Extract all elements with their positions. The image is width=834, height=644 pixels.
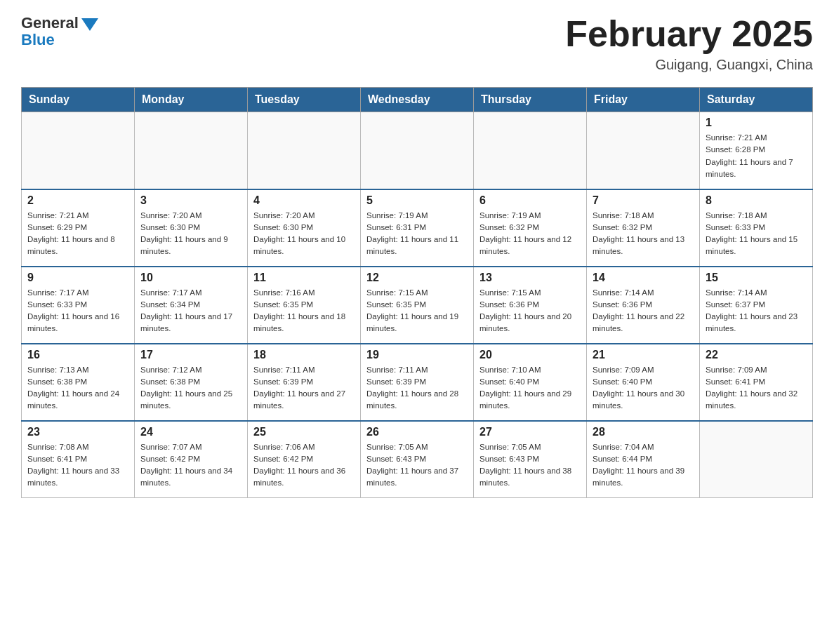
day-number: 25	[253, 426, 355, 438]
calendar-day-cell: 21Sunrise: 7:09 AMSunset: 6:40 PMDayligh…	[587, 344, 700, 421]
day-info: Sunrise: 7:13 AMSunset: 6:38 PMDaylight:…	[27, 364, 128, 412]
calendar-week-row: 2Sunrise: 7:21 AMSunset: 6:29 PMDaylight…	[22, 189, 813, 267]
calendar-day-cell: 12Sunrise: 7:15 AMSunset: 6:35 PMDayligh…	[361, 267, 474, 344]
day-info: Sunrise: 7:06 AMSunset: 6:42 PMDaylight:…	[253, 441, 355, 490]
day-number: 15	[706, 271, 807, 284]
calendar-day-cell	[22, 112, 135, 189]
day-number: 19	[366, 349, 468, 361]
calendar-header-monday: Monday	[135, 88, 248, 112]
day-number: 27	[479, 426, 581, 438]
calendar-header-saturday: Saturday	[700, 88, 813, 112]
day-number: 26	[366, 426, 468, 438]
day-number: 7	[593, 194, 694, 207]
day-number: 6	[479, 194, 581, 207]
logo-general-text: General	[21, 14, 79, 32]
day-info: Sunrise: 7:21 AMSunset: 6:29 PMDaylight:…	[27, 210, 128, 258]
month-title: February 2025	[565, 14, 813, 54]
day-number: 8	[706, 194, 807, 207]
day-number: 10	[140, 271, 241, 284]
day-info: Sunrise: 7:19 AMSunset: 6:31 PMDaylight:…	[366, 210, 468, 258]
calendar-week-row: 16Sunrise: 7:13 AMSunset: 6:38 PMDayligh…	[22, 344, 813, 421]
calendar-day-cell: 10Sunrise: 7:17 AMSunset: 6:34 PMDayligh…	[135, 267, 248, 344]
calendar-day-cell: 18Sunrise: 7:11 AMSunset: 6:39 PMDayligh…	[248, 344, 361, 421]
day-info: Sunrise: 7:17 AMSunset: 6:34 PMDaylight:…	[140, 287, 241, 335]
day-info: Sunrise: 7:20 AMSunset: 6:30 PMDaylight:…	[140, 210, 241, 258]
logo-blue-text: Blue	[21, 31, 55, 49]
day-info: Sunrise: 7:11 AMSunset: 6:39 PMDaylight:…	[366, 364, 468, 412]
day-info: Sunrise: 7:15 AMSunset: 6:35 PMDaylight:…	[366, 287, 468, 335]
day-number: 11	[253, 271, 355, 284]
day-info: Sunrise: 7:17 AMSunset: 6:33 PMDaylight:…	[27, 287, 128, 335]
calendar-day-cell	[361, 112, 474, 189]
calendar-day-cell: 22Sunrise: 7:09 AMSunset: 6:41 PMDayligh…	[700, 344, 813, 421]
day-number: 21	[593, 349, 694, 361]
calendar-header-friday: Friday	[587, 88, 700, 112]
logo: General Blue	[21, 14, 98, 49]
calendar-week-row: 23Sunrise: 7:08 AMSunset: 6:41 PMDayligh…	[22, 421, 813, 498]
calendar-day-cell: 4Sunrise: 7:20 AMSunset: 6:30 PMDaylight…	[248, 189, 361, 267]
calendar-day-cell: 3Sunrise: 7:20 AMSunset: 6:30 PMDaylight…	[135, 189, 248, 267]
day-number: 1	[706, 116, 807, 129]
day-info: Sunrise: 7:08 AMSunset: 6:41 PMDaylight:…	[27, 441, 128, 490]
calendar-day-cell: 19Sunrise: 7:11 AMSunset: 6:39 PMDayligh…	[361, 344, 474, 421]
day-info: Sunrise: 7:05 AMSunset: 6:43 PMDaylight:…	[366, 441, 468, 490]
day-number: 28	[593, 426, 694, 438]
calendar-week-row: 9Sunrise: 7:17 AMSunset: 6:33 PMDaylight…	[22, 267, 813, 344]
calendar-day-cell	[700, 421, 813, 498]
calendar-header-thursday: Thursday	[474, 88, 587, 112]
day-number: 23	[27, 426, 128, 438]
calendar-day-cell: 13Sunrise: 7:15 AMSunset: 6:36 PMDayligh…	[474, 267, 587, 344]
calendar-day-cell: 15Sunrise: 7:14 AMSunset: 6:37 PMDayligh…	[700, 267, 813, 344]
calendar-day-cell: 26Sunrise: 7:05 AMSunset: 6:43 PMDayligh…	[361, 421, 474, 498]
day-number: 13	[479, 271, 581, 284]
day-number: 9	[27, 271, 128, 284]
day-number: 4	[253, 194, 355, 207]
day-info: Sunrise: 7:16 AMSunset: 6:35 PMDaylight:…	[253, 287, 355, 335]
day-info: Sunrise: 7:11 AMSunset: 6:39 PMDaylight:…	[253, 364, 355, 412]
calendar-day-cell: 6Sunrise: 7:19 AMSunset: 6:32 PMDaylight…	[474, 189, 587, 267]
day-info: Sunrise: 7:18 AMSunset: 6:33 PMDaylight:…	[706, 210, 807, 258]
calendar-header-tuesday: Tuesday	[248, 88, 361, 112]
day-info: Sunrise: 7:20 AMSunset: 6:30 PMDaylight:…	[253, 210, 355, 258]
day-number: 12	[366, 271, 468, 284]
day-number: 17	[140, 349, 241, 361]
day-info: Sunrise: 7:09 AMSunset: 6:40 PMDaylight:…	[593, 364, 694, 412]
title-section: February 2025 Guigang, Guangxi, China	[565, 14, 813, 73]
calendar-day-cell: 27Sunrise: 7:05 AMSunset: 6:43 PMDayligh…	[474, 421, 587, 498]
calendar-day-cell: 14Sunrise: 7:14 AMSunset: 6:36 PMDayligh…	[587, 267, 700, 344]
day-number: 16	[27, 349, 128, 361]
day-number: 2	[27, 194, 128, 207]
calendar-day-cell: 20Sunrise: 7:10 AMSunset: 6:40 PMDayligh…	[474, 344, 587, 421]
day-info: Sunrise: 7:04 AMSunset: 6:44 PMDaylight:…	[593, 441, 694, 490]
day-number: 18	[253, 349, 355, 361]
day-info: Sunrise: 7:10 AMSunset: 6:40 PMDaylight:…	[479, 364, 581, 412]
calendar-day-cell: 17Sunrise: 7:12 AMSunset: 6:38 PMDayligh…	[135, 344, 248, 421]
day-info: Sunrise: 7:14 AMSunset: 6:36 PMDaylight:…	[593, 287, 694, 335]
calendar-day-cell: 16Sunrise: 7:13 AMSunset: 6:38 PMDayligh…	[22, 344, 135, 421]
calendar-day-cell: 1Sunrise: 7:21 AMSunset: 6:28 PMDaylight…	[700, 112, 813, 189]
day-info: Sunrise: 7:05 AMSunset: 6:43 PMDaylight:…	[479, 441, 581, 490]
calendar-header-sunday: Sunday	[22, 88, 135, 112]
day-info: Sunrise: 7:19 AMSunset: 6:32 PMDaylight:…	[479, 210, 581, 258]
logo-arrow-icon	[81, 18, 98, 31]
calendar-day-cell: 25Sunrise: 7:06 AMSunset: 6:42 PMDayligh…	[248, 421, 361, 498]
calendar-day-cell: 7Sunrise: 7:18 AMSunset: 6:32 PMDaylight…	[587, 189, 700, 267]
day-number: 22	[706, 349, 807, 361]
day-info: Sunrise: 7:07 AMSunset: 6:42 PMDaylight:…	[140, 441, 241, 490]
day-number: 20	[479, 349, 581, 361]
day-info: Sunrise: 7:09 AMSunset: 6:41 PMDaylight:…	[706, 364, 807, 412]
calendar-day-cell: 24Sunrise: 7:07 AMSunset: 6:42 PMDayligh…	[135, 421, 248, 498]
calendar-day-cell: 9Sunrise: 7:17 AMSunset: 6:33 PMDaylight…	[22, 267, 135, 344]
day-info: Sunrise: 7:18 AMSunset: 6:32 PMDaylight:…	[593, 210, 694, 258]
calendar-day-cell: 28Sunrise: 7:04 AMSunset: 6:44 PMDayligh…	[587, 421, 700, 498]
page-header: General Blue February 2025 Guigang, Guan…	[21, 14, 813, 73]
calendar-day-cell: 8Sunrise: 7:18 AMSunset: 6:33 PMDaylight…	[700, 189, 813, 267]
calendar-day-cell	[248, 112, 361, 189]
calendar-header-row: SundayMondayTuesdayWednesdayThursdayFrid…	[22, 88, 813, 112]
calendar-table: SundayMondayTuesdayWednesdayThursdayFrid…	[21, 87, 813, 498]
calendar-day-cell: 11Sunrise: 7:16 AMSunset: 6:35 PMDayligh…	[248, 267, 361, 344]
calendar-day-cell	[474, 112, 587, 189]
day-number: 14	[593, 271, 694, 284]
day-info: Sunrise: 7:21 AMSunset: 6:28 PMDaylight:…	[706, 132, 807, 180]
day-number: 3	[140, 194, 241, 207]
